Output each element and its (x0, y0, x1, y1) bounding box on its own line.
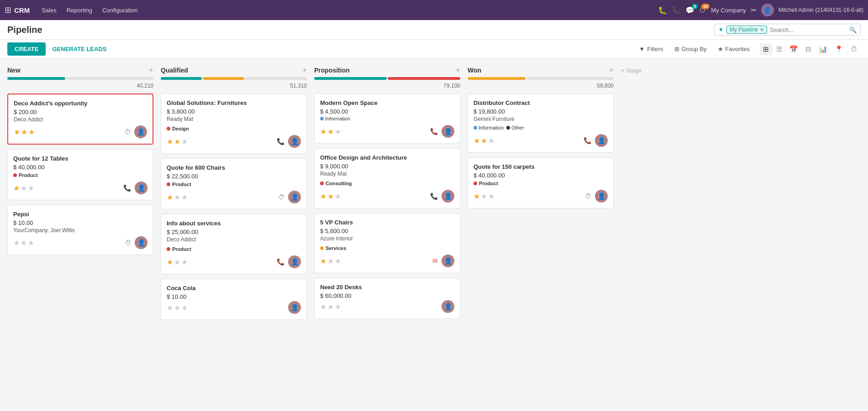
clock-icon[interactable]: ⏱ (278, 193, 284, 201)
star-filled[interactable]: ★ (320, 192, 326, 201)
card-avatar[interactable]: 👤 (442, 255, 454, 267)
card-avatar[interactable]: 👤 (288, 135, 301, 148)
clock-icon[interactable]: ⏱ (125, 239, 131, 246)
stage-add-icon[interactable]: + (609, 66, 614, 74)
star-empty[interactable]: ★ (167, 303, 173, 312)
star-empty[interactable]: ★ (174, 193, 180, 202)
card-tag[interactable]: Product (473, 181, 498, 186)
card-coca-cola[interactable]: Coca Cola$ 10.00★★★👤 (161, 279, 307, 320)
star-filled[interactable]: ★ (327, 127, 334, 136)
card-avatar[interactable]: 👤 (442, 300, 454, 313)
star-empty[interactable]: ★ (181, 193, 188, 202)
app-name[interactable]: CRM (14, 6, 30, 14)
email-icon[interactable]: ✉ (432, 257, 438, 265)
search-input[interactable] (770, 26, 847, 33)
card-tag[interactable]: Product (167, 182, 191, 187)
phone-icon[interactable]: 📞 (430, 192, 438, 200)
card-avatar[interactable]: 👤 (442, 190, 454, 203)
add-stage-button[interactable]: + Stage (621, 66, 676, 403)
star-filled[interactable]: ★ (13, 184, 20, 192)
star-empty[interactable]: ★ (28, 184, 34, 192)
card-office-design-arch[interactable]: Office Design and Architecture$ 9,000.00… (314, 148, 460, 208)
star-filled[interactable]: ★ (481, 136, 487, 145)
star-empty[interactable]: ★ (335, 302, 341, 311)
star-empty[interactable]: ★ (320, 302, 326, 311)
star-empty[interactable]: ★ (335, 192, 341, 201)
pivot-view-button[interactable]: ⊟ (802, 43, 815, 55)
card-tag[interactable]: Product (13, 172, 38, 178)
star-filled[interactable]: ★ (473, 192, 480, 201)
star-empty[interactable]: ★ (181, 303, 188, 312)
phone-orange-icon[interactable]: 📞 (430, 128, 438, 135)
card-global-solutions[interactable]: Global Solutions: Furnitures$ 3,800.00Re… (161, 94, 307, 154)
card-avatar[interactable]: 👤 (442, 125, 454, 138)
graph-view-button[interactable]: 📊 (815, 43, 831, 55)
my-pipeline-filter[interactable]: My Pipeline ✕ (726, 26, 767, 34)
star-filled[interactable]: ★ (320, 127, 326, 136)
bug-icon[interactable]: 🐛 (658, 6, 667, 15)
star-empty[interactable]: ★ (21, 239, 27, 247)
kanban-view-button[interactable]: ⊞ (760, 43, 772, 55)
card-avatar[interactable]: 👤 (595, 134, 608, 147)
nav-configuration[interactable]: Configuration (98, 5, 142, 16)
card-tag[interactable]: Product (167, 246, 191, 252)
card-tag[interactable]: Services (320, 245, 346, 251)
star-empty[interactable]: ★ (28, 239, 34, 247)
clock-top-icon[interactable]: ⏱ 42 (699, 6, 706, 14)
nav-sales[interactable]: Sales (37, 5, 61, 16)
card-avatar[interactable]: 👤 (134, 125, 147, 138)
scissors-icon[interactable]: ✂ (751, 6, 757, 15)
star-empty[interactable]: ★ (181, 137, 188, 146)
star-filled[interactable]: ★ (327, 192, 334, 201)
star-filled[interactable]: ★ (28, 128, 35, 136)
card-avatar[interactable]: 👤 (135, 182, 147, 194)
calendar-view-button[interactable]: 📅 (786, 43, 801, 55)
chat-icon[interactable]: 💬 9 (685, 6, 694, 15)
star-empty[interactable]: ★ (13, 239, 20, 247)
apps-grid-icon[interactable]: ⊞ (5, 5, 11, 15)
phone-top-icon[interactable]: 📞 (672, 6, 681, 15)
star-empty[interactable]: ★ (174, 258, 180, 266)
phone-orange-icon[interactable]: 📞 (584, 137, 591, 144)
card-deco-addict-opp[interactable]: Deco Addict's opportunity$ 200.00Deco Ad… (7, 94, 153, 145)
card-avatar[interactable]: 👤 (288, 301, 301, 314)
star-empty[interactable]: ★ (488, 192, 494, 201)
star-empty[interactable]: ★ (21, 184, 27, 192)
star-empty[interactable]: ★ (327, 257, 334, 265)
clock-icon[interactable]: ⏱ (585, 192, 591, 200)
card-tag[interactable]: Design (167, 126, 189, 131)
create-button[interactable]: CREATE (7, 42, 46, 56)
filters-button[interactable]: ▼ Filters (634, 43, 668, 55)
nav-reporting[interactable]: Reporting (62, 5, 97, 16)
stage-add-icon[interactable]: + (148, 66, 153, 74)
card-avatar[interactable]: 👤 (595, 190, 608, 203)
card-pepsi[interactable]: Pepsi$ 10.00YourCompany, Joel Willis★★★⏱… (7, 205, 153, 255)
star-empty[interactable]: ★ (181, 258, 188, 266)
star-filled[interactable]: ★ (320, 257, 326, 265)
user-avatar[interactable]: 👤 (761, 4, 774, 16)
generate-leads-button[interactable]: GENERATE LEADS (47, 42, 111, 56)
map-view-button[interactable]: 📍 (831, 43, 847, 55)
card-tag[interactable]: Consulting (320, 181, 352, 186)
card-modern-open-space[interactable]: Modern Open Space$ 4,500.00Information★★… (314, 94, 460, 144)
card-avatar[interactable]: 👤 (288, 255, 301, 268)
filter-close-icon[interactable]: ✕ (760, 27, 764, 33)
card-5-vp-chairs[interactable]: 5 VP Chairs$ 5,600.00Azure InteriorServi… (314, 213, 460, 273)
card-quote-600-chairs[interactable]: Quote for 600 Chairs$ 22,500.00Product★★… (161, 158, 307, 209)
card-info-about-services[interactable]: Info about services$ 25,000.00Deco Addic… (161, 214, 307, 274)
company-name[interactable]: My Company (711, 7, 746, 14)
card-need-20-desks[interactable]: Need 20 Desks$ 60,000.00★★★👤 (314, 278, 460, 319)
star-empty[interactable]: ★ (488, 136, 494, 145)
card-quote-150-carpets[interactable]: Quote for 150 carpets$ 40,000.00Product★… (468, 157, 614, 208)
star-empty[interactable]: ★ (335, 257, 341, 265)
star-empty[interactable]: ★ (174, 303, 180, 312)
phone-icon[interactable]: 📞 (277, 138, 284, 145)
star-filled[interactable]: ★ (473, 136, 480, 145)
card-quote-12-tables[interactable]: Quote for 12 Tables$ 40,000.00Product★★★… (7, 149, 153, 200)
star-filled[interactable]: ★ (167, 193, 173, 202)
phone-icon[interactable]: 📞 (123, 184, 131, 192)
info-tag[interactable]: Other (506, 125, 524, 130)
search-icon[interactable]: 🔍 (849, 26, 857, 33)
star-filled[interactable]: ★ (174, 137, 180, 146)
activity-view-button[interactable]: ⏱ (847, 43, 861, 55)
